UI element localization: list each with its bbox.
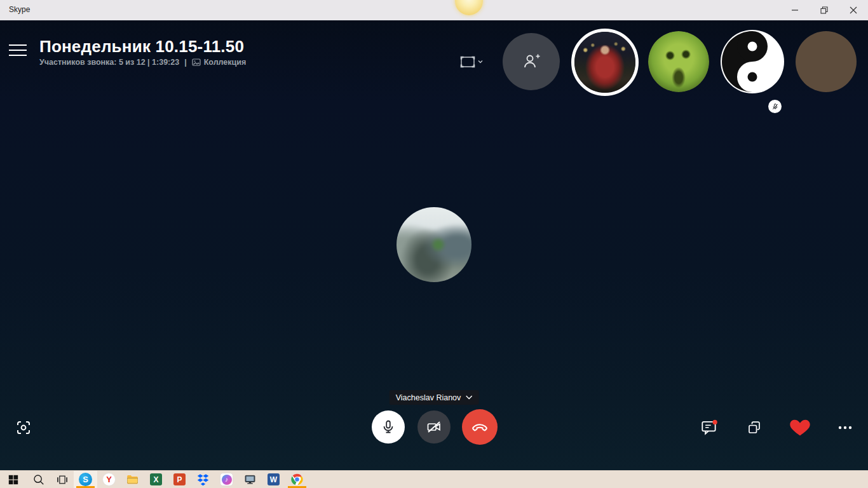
blonde-woman-photo	[796, 31, 857, 92]
excel-icon: X	[150, 473, 162, 485]
taskbar-app-powerpoint[interactable]: P	[168, 471, 191, 488]
close-button[interactable]	[839, 0, 868, 20]
taskbar-app-yandex[interactable]: Y	[97, 471, 121, 488]
chat-button[interactable]	[697, 416, 721, 440]
participant-avatar-yin-yang[interactable]	[721, 30, 784, 93]
change-layout-button[interactable]	[460, 52, 491, 71]
more-options-button[interactable]	[833, 416, 857, 440]
night-portrait-photo	[574, 32, 635, 93]
microphone-icon	[381, 419, 396, 435]
green-face-video	[648, 31, 709, 92]
microphone-button[interactable]	[372, 410, 405, 444]
chevron-down-icon	[478, 60, 483, 64]
speaker-name-pill[interactable]: Viacheslav Rianov	[390, 390, 479, 405]
participant-avatar-blonde-woman[interactable]	[796, 31, 857, 92]
yin-yang-icon	[721, 30, 784, 93]
monitor-icon	[243, 473, 257, 486]
chat-icon	[700, 418, 719, 437]
participants-count: Участников звонка: 5 из 12 | 1:39:23	[39, 58, 179, 67]
separator: |	[184, 58, 187, 67]
snapshot-button[interactable]	[11, 416, 36, 440]
speaker-name: Viacheslav Rianov	[396, 393, 461, 402]
share-screen-icon	[745, 419, 763, 437]
taskbar-app-chrome[interactable]	[285, 471, 309, 488]
window-title: Skype	[9, 5, 30, 14]
add-person-icon	[521, 51, 541, 72]
call-stage: Понедельник 10.15-11.50 Участников звонк…	[0, 20, 868, 470]
restore-button[interactable]	[810, 0, 839, 20]
search-icon	[32, 473, 45, 486]
taskbar-app-screen-viewer[interactable]	[238, 471, 262, 488]
task-view-button[interactable]	[50, 471, 74, 488]
participant-avatar-night-portrait[interactable]	[571, 29, 639, 96]
minimize-icon	[791, 6, 799, 14]
collection-label: Коллекция	[204, 58, 247, 67]
chrome-icon	[290, 473, 304, 486]
file-explorer-icon	[126, 473, 139, 486]
close-icon	[850, 6, 857, 14]
taskbar-apps: S Y X P	[0, 471, 309, 488]
call-subline: Участников звонка: 5 из 12 | 1:39:23 | К…	[39, 58, 246, 67]
camera-off-button[interactable]	[417, 410, 451, 444]
collection-button[interactable]: Коллекция	[192, 58, 247, 67]
hang-up-icon	[471, 418, 489, 436]
camera-off-icon	[426, 419, 442, 435]
heart-icon	[789, 417, 811, 437]
reaction-heart-button[interactable]	[787, 414, 813, 440]
mountain-landscape-photo	[397, 207, 471, 282]
itunes-icon: ♪	[220, 473, 233, 486]
end-call-button[interactable]	[462, 409, 498, 445]
search-button[interactable]	[27, 471, 50, 488]
layout-grid-icon	[460, 56, 475, 68]
chat-notification-dot	[712, 420, 717, 424]
taskbar-app-dropbox[interactable]	[191, 471, 215, 488]
start-button[interactable]	[0, 471, 27, 488]
windows-taskbar: S Y X P	[0, 470, 868, 488]
taskbar-app-skype[interactable]: S	[74, 471, 97, 488]
windows-logo-icon	[8, 474, 19, 485]
window-controls	[780, 0, 868, 20]
dropbox-icon	[196, 473, 210, 486]
add-participant-button[interactable]	[503, 33, 560, 90]
participant-muted-badge	[768, 100, 782, 113]
word-icon: W	[268, 473, 280, 485]
speaker-avatar	[397, 207, 471, 282]
menu-button[interactable]	[9, 41, 29, 60]
skype-icon: S	[79, 473, 92, 486]
menu-icon	[9, 44, 27, 46]
restore-icon	[820, 6, 828, 14]
task-view-icon	[56, 473, 69, 486]
gallery-icon	[192, 58, 201, 66]
yandex-browser-icon: Y	[102, 473, 116, 486]
taskbar-app-excel[interactable]: X	[144, 471, 168, 488]
snapshot-icon	[15, 419, 32, 437]
mic-off-icon	[771, 103, 779, 111]
share-screen-button[interactable]	[742, 416, 766, 440]
minimize-button[interactable]	[780, 0, 810, 20]
call-title: Понедельник 10.15-11.50	[39, 37, 244, 57]
taskbar-app-itunes[interactable]: ♪	[215, 471, 238, 488]
powerpoint-icon: P	[173, 473, 186, 485]
participant-avatar-green-face[interactable]	[648, 31, 709, 92]
ellipsis-icon	[836, 419, 854, 437]
chevron-down-icon	[465, 395, 472, 400]
titlebar: Skype	[0, 0, 868, 20]
taskbar-app-explorer[interactable]	[121, 471, 144, 488]
skype-call-window: Skype Понедельник 10.15-11.50 Участников…	[0, 0, 868, 488]
taskbar-app-word[interactable]: W	[262, 471, 285, 488]
